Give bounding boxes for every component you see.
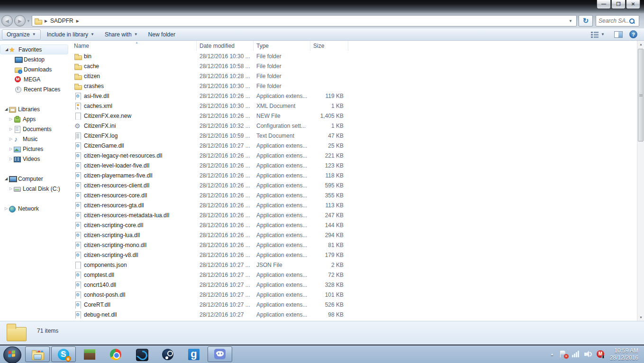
close-button[interactable]: ✕	[626, 0, 640, 9]
dll-file-icon	[74, 152, 82, 159]
toolbar-button-include-in-library[interactable]: Include in library▼	[43, 29, 99, 40]
table-row[interactable]: citizen-resources-gta.dll28/12/2016 10:2…	[71, 200, 637, 210]
table-row[interactable]: debug-net.dll28/12/2016 10:27Application…	[71, 310, 637, 319]
table-row[interactable]: asi-five.dll28/12/2016 10:26 ...Applicat…	[71, 91, 637, 101]
address-bar[interactable]: ▶ SADPFR ▶ ▼	[32, 15, 577, 27]
expand-icon[interactable]: ▷	[4, 206, 9, 211]
clock[interactable]: 10:59 AM 28/12/2016	[610, 347, 638, 362]
sidebar-section-libraries[interactable]: ◢Libraries	[0, 104, 71, 114]
table-row[interactable]: citizen-scripting-lua.dll28/12/2016 10:2…	[71, 230, 637, 240]
table-row[interactable]: citizen-scripting-mono.dll28/12/2016 10:…	[71, 240, 637, 250]
sidebar-item-videos[interactable]: ▷Videos	[0, 154, 71, 164]
action-center-icon[interactable]	[560, 350, 568, 358]
preview-pane-button[interactable]	[614, 31, 623, 38]
breadcrumb-arrow-icon[interactable]: ▶	[76, 19, 79, 23]
table-row[interactable]: citizen-playernames-five.dll28/12/2016 1…	[71, 170, 637, 180]
maximize-button[interactable]: ❐	[611, 0, 626, 9]
sidebar-item-recent-places[interactable]: Recent Places	[0, 84, 71, 94]
table-row[interactable]: CoreRT.dll28/12/2016 10:27 ...Applicatio…	[71, 300, 637, 310]
sidebar-item-music[interactable]: ▷Music	[0, 134, 71, 144]
sidebar-item-pictures[interactable]: ▷Pictures	[0, 144, 71, 154]
toolbar-button-organize[interactable]: Organize▼	[2, 29, 41, 40]
taskbar-explorer-button[interactable]	[25, 346, 50, 362]
table-row[interactable]: caches.xml28/12/2016 10:30 ...XML Docume…	[71, 101, 637, 111]
column-header-size[interactable]: Size	[310, 41, 348, 51]
table-row[interactable]: citizen-resources-metadata-lua.dll28/12/…	[71, 210, 637, 220]
taskbar-discord-button[interactable]	[208, 346, 232, 362]
help-button[interactable]: ?	[629, 30, 637, 38]
sidebar-item-label: Documents	[23, 126, 52, 133]
address-dropdown-icon[interactable]: ▼	[567, 19, 574, 23]
expand-icon[interactable]: ▷	[9, 147, 13, 151]
table-row[interactable]: crashes28/12/2016 10:30 ...File folder	[71, 81, 637, 91]
expand-icon[interactable]: ▷	[9, 117, 13, 121]
expand-icon[interactable]: ▷	[9, 157, 13, 161]
toolbar-button-new-folder[interactable]: New folder	[144, 29, 180, 40]
column-header-type[interactable]: Type	[254, 41, 310, 51]
expand-icon[interactable]: ▷	[9, 186, 13, 191]
table-row[interactable]: CitizenGame.dll28/12/2016 10:27 ...Appli…	[71, 141, 637, 151]
table-row[interactable]: CitizenFX.exe.new28/12/2016 10:26 ...NEW…	[71, 111, 637, 121]
table-row[interactable]: conhost-posh.dll28/12/2016 10:27 ...Appl…	[71, 290, 637, 300]
table-row[interactable]: citizen-scripting-core.dll28/12/2016 10:…	[71, 220, 637, 230]
search-box[interactable]	[596, 15, 639, 27]
table-row[interactable]: concrt140.dll28/12/2016 10:27 ...Applica…	[71, 280, 637, 290]
table-row[interactable]: citizen-legacy-net-resources.dll28/12/20…	[71, 151, 637, 160]
table-row[interactable]: citizen-scripting-v8.dll28/12/2016 10:26…	[71, 250, 637, 260]
table-row[interactable]: citizen-level-loader-five.dll28/12/2016 …	[71, 160, 637, 170]
sidebar-section-computer[interactable]: ◢Computer	[0, 174, 71, 184]
expand-icon[interactable]: ▷	[9, 127, 13, 131]
column-header-date-modified[interactable]: Date modified	[197, 41, 254, 51]
recent-pages-dropdown[interactable]: ▼	[27, 19, 30, 23]
taskbar-skype-button[interactable]: 6	[51, 346, 76, 362]
table-row[interactable]: citizen-resources-core.dll28/12/2016 10:…	[71, 190, 637, 200]
table-row[interactable]: CitizenFX.ini28/12/2016 10:32 ...Configu…	[71, 121, 637, 131]
refresh-button[interactable]: ↻	[579, 15, 593, 27]
table-row[interactable]: bin28/12/2016 10:30 ...File folder	[71, 51, 637, 61]
collapse-icon[interactable]: ◢	[4, 107, 9, 111]
mega-tray-icon[interactable]	[597, 350, 605, 358]
sidebar-item-mega[interactable]: MEGA	[0, 74, 71, 84]
table-row[interactable]: components.json28/12/2016 10:27 ...JSON …	[71, 260, 637, 270]
date-modified-cell: 28/12/2016 10:26 ...	[197, 232, 254, 239]
start-button[interactable]	[2, 346, 21, 363]
minimize-button[interactable]: —	[597, 0, 611, 9]
sidebar-item-desktop[interactable]: Desktop	[0, 54, 71, 64]
chevron-down-icon: ▼	[91, 32, 94, 36]
column-header-name[interactable]: Name	[71, 41, 197, 51]
sidebar-section-favorites[interactable]: ◢Favorites	[0, 44, 68, 54]
toolbar-button-share-with[interactable]: Share with▼	[100, 29, 142, 40]
table-row[interactable]: CitizenFX.log28/12/2016 10:59 ...Text Do…	[71, 131, 637, 141]
search-icon[interactable]	[629, 18, 635, 24]
sidebar-item-apps[interactable]: ▷Apps	[0, 114, 71, 124]
scroll-down-icon[interactable]: ▼	[637, 314, 644, 321]
forward-button[interactable]: ►	[14, 15, 26, 27]
table-row[interactable]: cache28/12/2016 10:58 ...File folder	[71, 61, 637, 71]
lib-icon	[9, 106, 16, 113]
show-hidden-icons-button[interactable]: ▲	[550, 352, 554, 356]
vertical-scrollbar[interactable]: ▲ ▼	[637, 41, 644, 321]
table-row[interactable]: citizen-resources-client.dll28/12/2016 1…	[71, 180, 637, 190]
table-row[interactable]: citizen28/12/2016 10:28 ...File folder	[71, 71, 637, 81]
network-signal-icon[interactable]	[572, 350, 580, 358]
back-button[interactable]: ◄	[1, 15, 13, 27]
table-row[interactable]: comptest.dll28/12/2016 10:27 ...Applicat…	[71, 270, 637, 280]
collapse-icon[interactable]: ◢	[4, 177, 9, 181]
sidebar-item-local-disk-c-[interactable]: ▷Local Disk (C:)	[0, 184, 71, 194]
sidebar-item-downloads[interactable]: Downloads	[0, 64, 71, 74]
search-input[interactable]	[599, 18, 629, 24]
taskbar-chrome-button[interactable]	[103, 346, 128, 362]
taskbar-minecraft-button[interactable]	[77, 346, 102, 362]
breadcrumb[interactable]: SADPFR	[50, 18, 73, 24]
taskbar-battlenet-button[interactable]	[129, 346, 154, 362]
collapse-icon[interactable]: ◢	[4, 47, 9, 52]
sidebar-item-documents[interactable]: ▷Documents	[0, 124, 71, 134]
volume-icon[interactable]	[584, 350, 592, 358]
scroll-up-icon[interactable]: ▲	[637, 41, 644, 48]
taskbar-gmod-button[interactable]	[181, 346, 206, 362]
scrollbar-thumb[interactable]	[638, 49, 644, 142]
sidebar-section-network[interactable]: ▷Network	[0, 204, 71, 213]
views-button[interactable]: ▼	[589, 29, 607, 40]
expand-icon[interactable]: ▷	[9, 137, 13, 141]
taskbar-steam-button[interactable]	[155, 346, 180, 362]
